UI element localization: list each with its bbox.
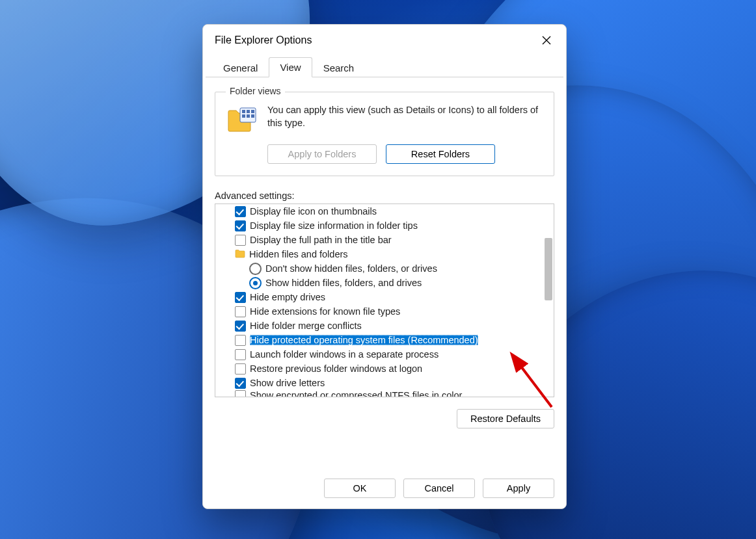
radio[interactable] — [249, 277, 262, 289]
advanced-item-label: Display the full path in the title bar — [250, 235, 392, 245]
checkbox[interactable] — [235, 349, 246, 360]
advanced-settings-tree[interactable]: Display file icon on thumbnailsDisplay f… — [215, 204, 554, 397]
advanced-item[interactable]: Show drive letters — [215, 376, 545, 390]
advanced-item-label: Display file icon on thumbnails — [250, 206, 377, 217]
file-explorer-options-dialog: File Explorer Options General View Searc… — [202, 24, 567, 509]
advanced-item[interactable]: Show encrypted or compressed NTFS files … — [215, 390, 545, 397]
svg-rect-1 — [242, 110, 245, 113]
advanced-item[interactable]: Display file icon on thumbnails — [215, 204, 545, 218]
advanced-item-label: Show drive letters — [250, 378, 325, 388]
tab-content: Folder views You can apply this view (su… — [203, 77, 566, 471]
advanced-item-label: Restore previous folder windows at logon — [250, 363, 422, 374]
advanced-item[interactable]: Display file size information in folder … — [215, 218, 545, 233]
ok-button[interactable]: OK — [324, 479, 396, 498]
apply-button[interactable]: Apply — [483, 479, 554, 498]
advanced-item[interactable]: Hidden files and folders — [215, 247, 545, 261]
svg-rect-2 — [247, 110, 250, 113]
titlebar: File Explorer Options — [203, 25, 566, 56]
tabs: General View Search — [206, 56, 563, 77]
advanced-settings-label: Advanced settings: — [215, 191, 554, 201]
svg-rect-5 — [247, 114, 250, 118]
advanced-item-label: Show encrypted or compressed NTFS files … — [250, 390, 462, 397]
advanced-item[interactable]: Hide empty drives — [215, 290, 545, 304]
reset-folders-button[interactable]: Reset Folders — [386, 144, 495, 164]
close-button[interactable] — [536, 30, 557, 51]
checkbox[interactable] — [235, 306, 246, 317]
advanced-item-label: Hide protected operating system files (R… — [250, 335, 478, 345]
tab-search[interactable]: Search — [312, 58, 366, 77]
advanced-item[interactable]: Don't show hidden files, folders, or dri… — [215, 261, 545, 276]
checkbox[interactable] — [235, 363, 246, 375]
advanced-item[interactable]: Hide protected operating system files (R… — [215, 333, 545, 347]
advanced-item-label: Don't show hidden files, folders, or dri… — [265, 263, 437, 274]
svg-rect-3 — [251, 110, 254, 113]
cancel-button[interactable]: Cancel — [403, 479, 475, 498]
advanced-item-label: Hide extensions for known file types — [250, 306, 400, 317]
apply-to-folders-button[interactable]: Apply to Folders — [267, 144, 377, 164]
restore-defaults-button[interactable]: Restore Defaults — [457, 409, 554, 428]
checkbox[interactable] — [235, 220, 246, 231]
advanced-item[interactable]: Hide folder merge conflicts — [215, 319, 545, 333]
advanced-item[interactable]: Launch folder windows in a separate proc… — [215, 347, 545, 362]
advanced-item-label: Hide folder merge conflicts — [250, 321, 362, 331]
folder-views-legend: Folder views — [226, 86, 285, 96]
advanced-item-label: Hide empty drives — [250, 292, 325, 302]
radio[interactable] — [249, 263, 262, 275]
advanced-item-label: Display file size information in folder … — [250, 220, 418, 231]
advanced-item-label: Show hidden files, folders, and drives — [265, 278, 422, 288]
tab-view[interactable]: View — [269, 57, 312, 77]
folder-views-icon — [227, 104, 258, 135]
close-icon — [542, 36, 551, 45]
advanced-item-label: Hidden files and folders — [249, 249, 348, 259]
scrollbar-thumb[interactable] — [545, 238, 552, 300]
advanced-item[interactable]: Hide extensions for known file types — [215, 304, 545, 319]
advanced-item[interactable]: Restore previous folder windows at logon — [215, 362, 545, 376]
advanced-item[interactable]: Display the full path in the title bar — [215, 233, 545, 247]
advanced-item[interactable]: Show hidden files, folders, and drives — [215, 276, 545, 290]
advanced-item-label: Launch folder windows in a separate proc… — [250, 349, 439, 360]
checkbox[interactable] — [235, 292, 246, 303]
checkbox[interactable] — [235, 235, 246, 246]
checkbox[interactable] — [235, 321, 246, 332]
folder-views-description: You can apply this view (such as Details… — [267, 104, 542, 135]
checkbox[interactable] — [235, 378, 246, 389]
checkbox[interactable] — [235, 390, 246, 397]
svg-rect-4 — [242, 114, 245, 118]
svg-rect-6 — [251, 114, 254, 118]
folder-views-group: Folder views You can apply this view (su… — [215, 92, 554, 176]
tab-general[interactable]: General — [212, 58, 269, 77]
window-title: File Explorer Options — [215, 34, 312, 46]
checkbox[interactable] — [235, 206, 246, 217]
dialog-footer: OK Cancel Apply — [203, 471, 566, 508]
folder-icon — [235, 249, 245, 260]
checkbox[interactable] — [235, 335, 246, 346]
